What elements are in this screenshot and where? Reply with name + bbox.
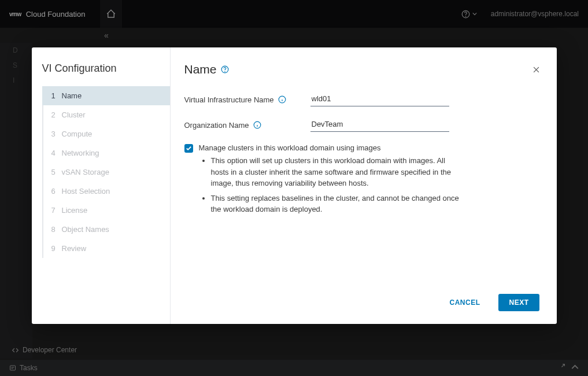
step-number: 7 [51,206,62,215]
step-number: 5 [51,168,62,176]
step-review[interactable]: 9 Review [43,239,170,258]
wizard-dialog: VI Configuration 1 Name 2 Cluster 3 Comp… [32,47,557,324]
panel-title: Name [184,62,536,76]
wizard-title: VI Configuration [42,62,170,75]
modal-overlay: VI Configuration 1 Name 2 Cluster 3 Comp… [0,0,588,376]
step-number: 2 [51,110,62,119]
step-label: vSAN Storage [62,168,109,176]
org-label: Organization Name [184,121,310,130]
close-button[interactable] [530,62,543,79]
next-button[interactable]: Next [498,294,539,311]
step-label: License [62,206,88,215]
step-object-names[interactable]: 8 Object Names [43,220,170,239]
step-number: 3 [51,130,62,138]
step-vsan-storage[interactable]: 5 vSAN Storage [43,163,170,182]
step-host-selection[interactable]: 6 Host Selection [43,182,170,201]
step-list: 1 Name 2 Cluster 3 Compute 4 Networking … [42,86,170,258]
vin-input[interactable] [310,93,449,106]
org-label-text: Organization Name [184,121,249,130]
step-number: 4 [51,149,62,157]
manage-clusters-checkbox[interactable] [184,144,193,153]
org-input[interactable] [310,118,449,132]
wizard-sidebar: VI Configuration 1 Name 2 Cluster 3 Comp… [32,47,171,324]
info-icon[interactable] [278,95,286,104]
wizard-main: Name Virtual Infrastructure Name [171,47,557,324]
step-number: 8 [51,225,62,234]
step-label: Name [62,91,82,100]
vin-label-text: Virtual Infrastructure Name [184,95,274,104]
step-cluster[interactable]: 2 Cluster [43,105,170,124]
checkbox-label: Manage clusters in this workload domain … [199,143,381,152]
wizard-footer: Cancel Next [171,286,557,324]
bullet-item: This setting replaces baselines in the c… [211,193,465,215]
step-license[interactable]: 7 License [43,201,170,220]
panel-title-text: Name [184,62,217,76]
svg-point-4 [224,71,225,72]
checkbox-description-list: This option will set up clusters in this… [184,155,536,215]
step-label: Networking [62,149,99,157]
step-number: 9 [51,244,62,253]
step-label: Object Names [62,225,109,234]
step-label: Compute [62,130,93,138]
vin-label: Virtual Infrastructure Name [184,95,310,104]
step-number: 6 [51,187,62,196]
help-icon[interactable] [221,65,229,73]
step-networking[interactable]: 4 Networking [43,143,170,163]
bullet-item: This option will set up clusters in this… [211,155,465,189]
step-label: Cluster [62,110,86,119]
info-icon[interactable] [253,121,261,129]
step-name[interactable]: 1 Name [42,86,170,105]
step-number: 1 [51,91,62,100]
cancel-button[interactable]: Cancel [439,294,490,311]
step-label: Review [62,244,87,253]
step-compute[interactable]: 3 Compute [43,124,170,143]
step-label: Host Selection [62,187,110,196]
